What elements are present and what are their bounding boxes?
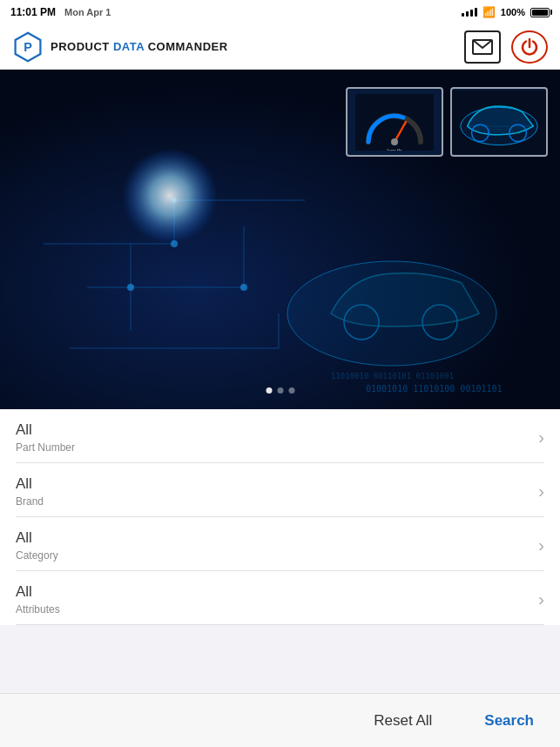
filter-row-part-number[interactable]: All Part Number › (16, 409, 544, 463)
hero-thumbnails: km/h (346, 87, 548, 157)
bottom-actions: Reset All Search (0, 693, 560, 747)
svg-text:11010010 00110101 01101001: 11010010 00110101 01101001 (331, 372, 454, 380)
hero-pagination (266, 387, 294, 394)
car-thumbnail (450, 87, 548, 157)
svg-point-16 (122, 148, 218, 244)
car-icon (452, 90, 546, 155)
power-button[interactable] (511, 30, 548, 64)
logo-text: PRODUCT DATA COMMANDER (51, 40, 228, 53)
svg-text:01001010 11010100 00101101: 01001010 11010100 00101101 (366, 384, 503, 394)
svg-text:km/h: km/h (387, 147, 401, 151)
svg-point-24 (391, 138, 398, 145)
battery-percent: 100% (501, 7, 525, 17)
logo-product: PRODUCT (51, 40, 110, 53)
signal-icon (462, 8, 477, 17)
hero-banner: 01001010 11010100 00101101 11010010 0011… (0, 70, 560, 409)
navbar: P PRODUCT DATA COMMANDER (0, 24, 560, 70)
hero-dot-2[interactable] (277, 387, 283, 394)
status-time: 11:01 PM (10, 6, 56, 18)
logo-commander: COMMANDER (145, 40, 228, 53)
mail-icon (472, 39, 493, 55)
filter-value-part-number: All (16, 421, 538, 439)
filter-label-part-number: Part Number (16, 441, 538, 454)
status-date: Mon Apr 1 (64, 7, 111, 17)
nav-actions (464, 30, 548, 64)
filter-section: All Part Number › All Brand › All Catego… (0, 409, 560, 625)
chevron-category-icon: › (538, 535, 544, 564)
battery-icon (530, 8, 550, 17)
wifi-icon: 📶 (482, 6, 496, 18)
filter-row-attributes[interactable]: All Attributes › (16, 571, 544, 625)
speedometer-icon: km/h (355, 94, 434, 151)
chevron-brand-icon: › (538, 481, 544, 510)
logo-data: DATA (110, 40, 145, 53)
nav-logo: P PRODUCT DATA COMMANDER (12, 31, 228, 63)
filter-value-category: All (16, 529, 538, 547)
speedometer-thumbnail: km/h (346, 87, 443, 157)
filter-value-brand: All (16, 475, 538, 493)
filter-row-brand[interactable]: All Brand › (16, 463, 544, 517)
status-bar: 11:01 PM Mon Apr 1 📶 100% (0, 0, 560, 24)
power-icon (520, 37, 539, 57)
hero-dot-3[interactable] (288, 387, 294, 394)
filter-label-attributes: Attributes (16, 603, 538, 616)
mail-button[interactable] (464, 30, 501, 64)
chevron-part-number-icon: › (538, 427, 544, 456)
svg-point-14 (127, 284, 134, 291)
reset-all-button[interactable]: Reset All (374, 712, 432, 730)
chevron-attributes-icon: › (538, 589, 544, 618)
status-right: 📶 100% (462, 6, 550, 18)
svg-text:P: P (24, 40, 32, 54)
hero-dot-1[interactable] (266, 387, 272, 394)
search-button[interactable]: Search (484, 712, 534, 730)
filter-label-category: Category (16, 549, 538, 562)
svg-point-13 (240, 284, 247, 291)
filter-row-category[interactable]: All Category › (16, 517, 544, 571)
filter-value-attributes: All (16, 583, 538, 601)
logo-icon: P (12, 31, 44, 63)
filter-label-brand: Brand (16, 495, 538, 508)
